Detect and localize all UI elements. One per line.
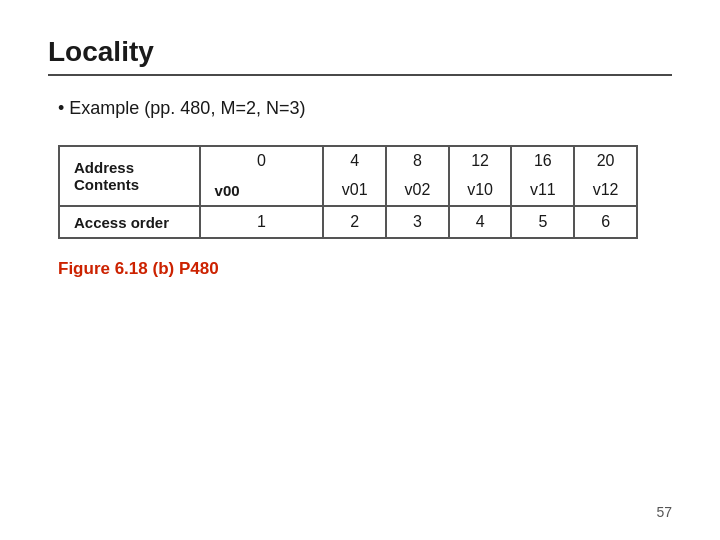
access-order-3: 4 <box>449 206 512 238</box>
access-order-0: 1 <box>200 206 324 238</box>
title-divider <box>48 74 672 76</box>
contents-1: v01 <box>323 175 386 206</box>
address-5: 20 <box>574 146 637 175</box>
contents-3: v10 <box>449 175 512 206</box>
address-2: 8 <box>386 146 449 175</box>
figure-caption: Figure 6.18 (b) P480 <box>58 259 672 279</box>
access-order-1: 2 <box>323 206 386 238</box>
address-0: 0 <box>200 146 324 175</box>
page-number: 57 <box>656 504 672 520</box>
contents-4: v11 <box>511 175 574 206</box>
slide: Locality • Example (pp. 480, M=2, N=3) A… <box>0 0 720 540</box>
data-table: Address Contents 0 4 8 12 16 20 v00 v01 … <box>58 145 638 239</box>
address-3: 12 <box>449 146 512 175</box>
address-contents-label: Address Contents <box>59 146 200 206</box>
access-order-5: 6 <box>574 206 637 238</box>
example-text: • Example (pp. 480, M=2, N=3) <box>58 98 672 119</box>
access-order-label: Access order <box>59 206 200 238</box>
contents-5: v12 <box>574 175 637 206</box>
address-row: Address Contents 0 4 8 12 16 20 <box>59 146 637 175</box>
access-order-2: 3 <box>386 206 449 238</box>
contents-0: v00 <box>200 175 324 206</box>
address-1: 4 <box>323 146 386 175</box>
address-4: 16 <box>511 146 574 175</box>
contents-2: v02 <box>386 175 449 206</box>
page-title: Locality <box>48 36 672 68</box>
access-order-row: Access order 1 2 3 4 5 6 <box>59 206 637 238</box>
access-order-4: 5 <box>511 206 574 238</box>
